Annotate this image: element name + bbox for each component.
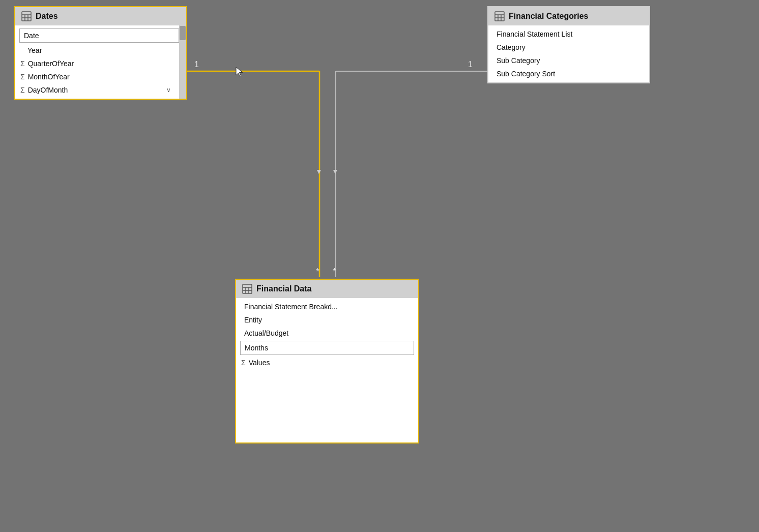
- fc-field-category[interactable]: Category: [488, 41, 649, 54]
- svg-rect-15: [495, 12, 504, 21]
- fd-field-fs-breakdown-label: Financial Statement Breakd...: [244, 303, 338, 311]
- financial-categories-title: Financial Categories: [509, 12, 589, 21]
- chevron-down-icon: ∨: [166, 86, 171, 94]
- dates-table-icon: [21, 11, 32, 21]
- financial-categories-header: Financial Categories: [488, 7, 649, 25]
- dates-field-year[interactable]: Year: [15, 44, 179, 57]
- financial-data-body: Financial Statement Breakd... Entity Act…: [236, 298, 418, 442]
- svg-text:*: *: [316, 267, 319, 277]
- fc-field-sub-category[interactable]: Sub Category: [488, 54, 649, 67]
- sigma-icon-values: Σ: [241, 359, 246, 367]
- financial-categories-body: Financial Statement List Category Sub Ca…: [488, 25, 649, 82]
- dates-field-year-label: Year: [27, 46, 42, 54]
- svg-text:1: 1: [194, 60, 199, 69]
- fd-field-values[interactable]: Σ Values: [236, 356, 418, 369]
- financial-data-title: Financial Data: [256, 284, 311, 293]
- fd-field-entity-label: Entity: [244, 316, 262, 324]
- dates-table-header: Dates: [15, 7, 186, 25]
- fd-field-entity[interactable]: Entity: [236, 313, 418, 327]
- dates-field-month-label: MonthOfYear: [28, 73, 70, 81]
- financial-categories-table: Financial Categories Financial Statement…: [487, 6, 650, 83]
- financial-data-header: Financial Data: [236, 280, 418, 298]
- fc-field-sub-category-sort-label: Sub Category Sort: [497, 70, 555, 78]
- svg-rect-20: [243, 284, 252, 293]
- fd-field-values-label: Values: [249, 359, 270, 367]
- dates-field-day-label: DayOfMonth: [28, 86, 68, 94]
- dates-field-quarter[interactable]: Σ QuarterOfYear: [15, 57, 179, 70]
- svg-rect-10: [22, 12, 31, 21]
- mouse-cursor: [235, 66, 245, 78]
- dates-field-quarter-label: QuarterOfYear: [28, 60, 74, 68]
- dates-table-body: Date Year Σ QuarterOfYear Σ MonthOfYear …: [15, 25, 186, 99]
- fc-field-sub-category-label: Sub Category: [497, 56, 540, 65]
- dates-field-date[interactable]: Date: [19, 28, 179, 43]
- dates-table: Dates Date Year Σ QuarterOfYear Σ MonthO…: [14, 6, 187, 100]
- sigma-icon-day: Σ: [20, 86, 25, 94]
- financial-categories-table-icon: [494, 11, 505, 21]
- svg-text:▼: ▼: [332, 167, 339, 175]
- fc-field-fs-list-label: Financial Statement List: [497, 30, 572, 38]
- fd-field-months-label: Months: [245, 344, 268, 352]
- fc-field-fs-list[interactable]: Financial Statement List: [488, 27, 649, 41]
- fd-field-actual-budget-label: Actual/Budget: [244, 329, 288, 337]
- fd-field-actual-budget[interactable]: Actual/Budget: [236, 327, 418, 340]
- fc-field-sub-category-sort[interactable]: Sub Category Sort: [488, 67, 649, 80]
- sigma-icon-quarter: Σ: [20, 60, 25, 68]
- sigma-icon-month: Σ: [20, 73, 25, 81]
- svg-text:1: 1: [468, 60, 473, 69]
- financial-data-table-icon: [242, 284, 252, 294]
- fd-field-fs-breakdown[interactable]: Financial Statement Breakd...: [236, 300, 418, 313]
- dates-field-day[interactable]: Σ DayOfMonth ∨: [15, 83, 179, 97]
- svg-text:*: *: [333, 267, 336, 277]
- fc-field-category-label: Category: [497, 43, 526, 51]
- financial-data-table: Financial Data Financial Statement Break…: [235, 279, 419, 444]
- svg-text:▼: ▼: [315, 167, 323, 175]
- dates-table-title: Dates: [36, 12, 58, 21]
- fd-field-months[interactable]: Months: [240, 341, 414, 355]
- dates-field-date-label: Date: [24, 32, 39, 40]
- dates-field-month[interactable]: Σ MonthOfYear: [15, 70, 179, 83]
